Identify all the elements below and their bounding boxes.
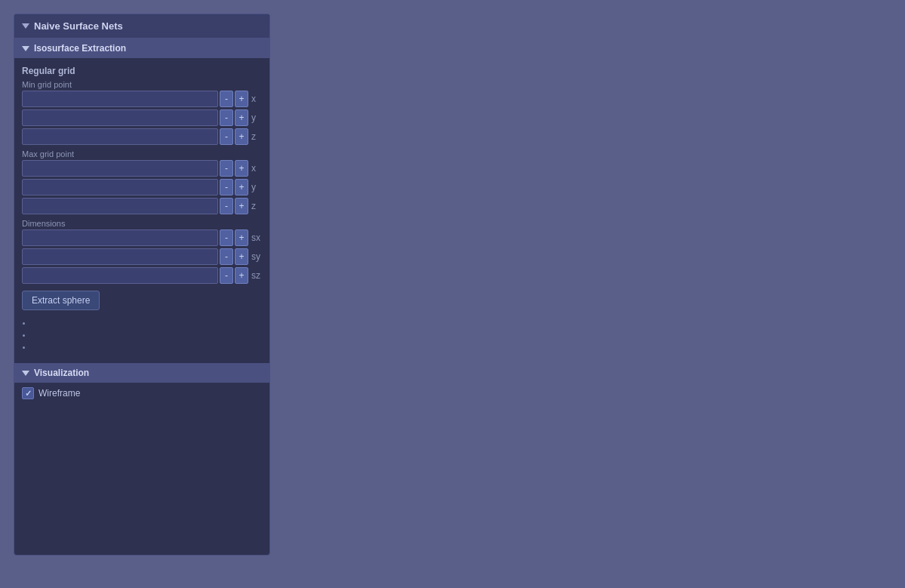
max-grid-label: Max grid point: [22, 147, 262, 160]
min-x-axis-label: x: [250, 94, 262, 104]
dim-sz-minus-button[interactable]: -: [220, 267, 233, 284]
min-z-axis-label: z: [250, 131, 262, 142]
min-y-row: -1.000 - + y: [22, 109, 262, 126]
min-y-minus-button[interactable]: -: [220, 109, 233, 126]
result-item-3: [32, 340, 262, 352]
min-x-row: -1.000 - + x: [22, 91, 262, 107]
result-item-2: [32, 328, 262, 340]
result-list: [22, 313, 262, 356]
max-x-axis-label: x: [250, 163, 262, 174]
panel-title: Naive Surface Nets: [34, 20, 123, 32]
wireframe-label: Wireframe: [38, 388, 80, 399]
dim-sz-row: 300 - + sz: [22, 267, 262, 284]
min-x-input[interactable]: -1.000: [22, 91, 218, 107]
max-y-minus-button[interactable]: -: [220, 179, 233, 195]
extract-sphere-button[interactable]: Extract sphere: [22, 291, 100, 310]
isosurface-section-content: Regular grid Min grid point -1.000 - + x…: [14, 58, 269, 360]
dim-sz-plus-button[interactable]: +: [235, 267, 248, 284]
wireframe-checkbox[interactable]: [22, 387, 34, 399]
visualization-section-header[interactable]: Visualization: [14, 363, 269, 383]
panel-body: Isosurface Extraction Regular grid Min g…: [14, 38, 269, 555]
dimensions-label: Dimensions: [22, 217, 262, 229]
dim-sx-row: 300 - + sx: [22, 229, 262, 246]
wireframe-row: Wireframe: [14, 383, 269, 404]
main-panel: Naive Surface Nets Isosurface Extraction…: [14, 14, 270, 556]
min-y-input[interactable]: -1.000: [22, 109, 218, 126]
min-z-row: -1.000 - + z: [22, 128, 262, 145]
dim-sy-row: 300 - + sy: [22, 248, 262, 265]
dim-sy-input[interactable]: 300: [22, 248, 218, 265]
min-y-plus-button[interactable]: +: [235, 109, 248, 126]
max-y-input[interactable]: 1.000: [22, 179, 218, 195]
isosurface-section-title: Isosurface Extraction: [34, 43, 126, 54]
regular-grid-header: Regular grid: [22, 63, 262, 78]
dim-sx-axis-label: sx: [250, 232, 262, 243]
max-y-row: 1.000 - + y: [22, 179, 262, 195]
visualization-section-title: Visualization: [34, 368, 89, 378]
visualization-collapse-icon: [22, 371, 29, 376]
max-x-plus-button[interactable]: +: [235, 160, 248, 177]
max-z-axis-label: z: [250, 201, 262, 211]
min-x-minus-button[interactable]: -: [220, 91, 233, 107]
max-x-minus-button[interactable]: -: [220, 160, 233, 177]
max-z-row: 1.000 - + z: [22, 198, 262, 214]
panel-header: Naive Surface Nets: [14, 14, 269, 38]
min-y-axis-label: y: [250, 112, 262, 123]
max-z-plus-button[interactable]: +: [235, 198, 248, 214]
max-y-plus-button[interactable]: +: [235, 179, 248, 195]
dim-sz-axis-label: sz: [250, 270, 262, 281]
dim-sx-input[interactable]: 300: [22, 229, 218, 246]
min-x-plus-button[interactable]: +: [235, 91, 248, 107]
dim-sx-minus-button[interactable]: -: [220, 229, 233, 246]
max-z-minus-button[interactable]: -: [220, 198, 233, 214]
dim-sy-axis-label: sy: [250, 251, 262, 262]
dim-sy-plus-button[interactable]: +: [235, 248, 248, 265]
dim-sy-minus-button[interactable]: -: [220, 248, 233, 265]
isosurface-collapse-icon: [22, 46, 29, 51]
panel-collapse-icon: [22, 23, 29, 29]
max-x-row: 1.000 - + x: [22, 160, 262, 177]
isosurface-section-header[interactable]: Isosurface Extraction: [14, 38, 269, 58]
min-z-minus-button[interactable]: -: [220, 128, 233, 145]
max-z-input[interactable]: 1.000: [22, 198, 218, 214]
min-grid-label: Min grid point: [22, 78, 262, 91]
dim-sx-plus-button[interactable]: +: [235, 229, 248, 246]
dim-sz-input[interactable]: 300: [22, 267, 218, 284]
result-item-1: [32, 316, 262, 328]
min-z-input[interactable]: -1.000: [22, 128, 218, 145]
min-z-plus-button[interactable]: +: [235, 128, 248, 145]
max-y-axis-label: y: [250, 182, 262, 192]
max-x-input[interactable]: 1.000: [22, 160, 218, 177]
